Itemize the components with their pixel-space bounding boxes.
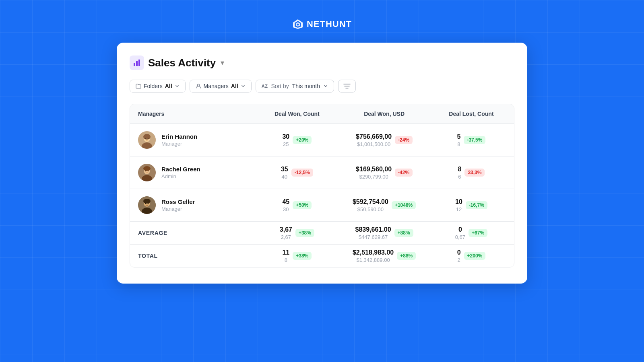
erin-won-usd-prev: $1,001,500.00 [357, 141, 390, 147]
avatar-rachel [138, 164, 156, 181]
rachel-lost-count-prev: 6 [458, 174, 461, 180]
avg-won-count-badge: +38% [295, 229, 314, 237]
avg-won-count-current: 3,67 [280, 226, 292, 233]
manager-cell-erin: Erin Hannon Manager [130, 124, 254, 156]
manager-role-erin: Manager [161, 141, 197, 147]
deal-won-count-rachel: 35 40 -12,5% [254, 156, 340, 189]
folder-icon [136, 83, 141, 89]
total-won-usd: $2,518,983.00 $1,342,889.00 +88% [340, 245, 429, 267]
total-lost-count: 0 2 +200% [429, 245, 514, 267]
avg-won-usd-current: $839,661.00 [355, 226, 391, 233]
table-row: Erin Hannon Manager 30 25 +20% [130, 124, 514, 156]
card-header: Sales Activity ▾ [130, 56, 514, 70]
manager-name-erin: Erin Hannon [161, 133, 197, 140]
deal-lost-count-erin: 5 8 -37,5% [429, 124, 514, 156]
avatar-rachel-img [138, 164, 156, 181]
chart-icon [133, 59, 141, 67]
svg-rect-6 [138, 60, 140, 66]
folders-filter-button[interactable]: Folders All [130, 80, 186, 93]
avatar-ross-img [138, 196, 156, 214]
page-title: Sales Activity [148, 57, 216, 69]
svg-point-15 [143, 134, 151, 140]
manager-cell-rachel: Rachel Green Admin [130, 156, 254, 189]
managers-filter-button[interactable]: Managers All [190, 80, 252, 93]
svg-point-29 [148, 203, 149, 204]
ross-won-usd-badge: +1048% [392, 201, 416, 209]
total-won-usd-current: $2,518,983.00 [353, 249, 394, 256]
chart-icon-box [130, 56, 144, 70]
col-deal-won-usd: Deal Won, USD [340, 104, 429, 124]
folders-chevron-icon [175, 84, 180, 88]
total-label-cell: TOTAL [130, 245, 254, 267]
rachel-won-count-current: 35 [281, 166, 288, 173]
average-label-cell: AVERAGE [130, 222, 254, 245]
logo-text: NetHunt [307, 19, 352, 29]
total-won-usd-badge: +88% [397, 252, 416, 260]
data-table: Managers Deal Won, Count Deal Won, USD D… [130, 104, 514, 267]
total-lost-count-prev: 2 [457, 257, 460, 263]
total-won-usd-prev: $1,342,889.00 [356, 257, 390, 263]
rachel-won-usd-badge: -42% [395, 169, 413, 177]
rachel-lost-count-badge: 33,3% [464, 169, 485, 177]
svg-point-22 [145, 171, 146, 171]
col-deal-won-count: Deal Won, Count [254, 104, 340, 124]
manager-name-ross: Ross Geller [161, 198, 195, 205]
avg-lost-count-current: 0 [458, 226, 462, 233]
deal-lost-count-rachel: 8 6 33,3% [429, 156, 514, 189]
ross-won-count-prev: 30 [283, 206, 289, 212]
average-lost-count: 0 0,67 +67% [429, 222, 514, 245]
rachel-won-count-badge: -12,5% [291, 169, 313, 177]
top-bar: NetHunt [0, 12, 644, 43]
average-won-count: 3,67 2,67 +38% [254, 222, 340, 245]
title-chevron-icon[interactable]: ▾ [221, 58, 224, 67]
managers-label: Managers [204, 83, 229, 89]
manager-name-rachel: Rachel Green [161, 166, 200, 173]
total-lost-count-current: 0 [457, 249, 461, 256]
svg-point-28 [145, 203, 147, 204]
manager-role-rachel: Admin [161, 173, 200, 179]
total-won-count-current: 11 [282, 249, 289, 256]
ross-won-usd-prev: $50,590.00 [357, 206, 384, 212]
filter-lines-button[interactable] [338, 80, 356, 93]
total-lost-count-badge: +200% [464, 252, 486, 260]
col-managers: Managers [130, 104, 254, 124]
folders-value: All [165, 83, 172, 89]
ross-lost-count-prev: 12 [456, 206, 462, 212]
ross-won-count-current: 45 [282, 198, 289, 206]
deal-won-usd-ross: $592,754.00 $50,590.00 +1048% [340, 189, 429, 222]
erin-lost-count-current: 5 [457, 133, 460, 140]
average-won-usd: $839,661.00 $447,629.67 +88% [340, 222, 429, 245]
deal-won-count-erin: 30 25 +20% [254, 124, 340, 156]
erin-won-count-badge: +20% [293, 136, 312, 144]
ross-won-usd-current: $592,754.00 [353, 198, 388, 206]
filters-row: Folders All Managers All AZ Sort by This… [130, 80, 514, 93]
svg-point-23 [148, 171, 149, 171]
avatar-erin [138, 131, 156, 149]
manager-info-rachel: Rachel Green Admin [161, 166, 200, 179]
sort-label: Sort by [271, 83, 289, 89]
avg-won-count-prev: 2,67 [281, 234, 291, 240]
table-header-row: Managers Deal Won, Count Deal Won, USD D… [130, 104, 514, 124]
deal-won-usd-rachel: $169,560,00 $290,799.00 -42% [340, 156, 429, 189]
person-icon [196, 83, 201, 89]
avg-lost-count-badge: +67% [469, 229, 487, 237]
sort-chevron-icon [323, 84, 328, 88]
erin-lost-count-prev: 8 [457, 141, 460, 147]
avg-won-usd-prev: $447,629.67 [359, 234, 388, 240]
manager-cell-ross: Ross Geller Manager [130, 189, 254, 222]
erin-won-usd-current: $756,669,00 [356, 133, 392, 140]
svg-point-16 [145, 138, 146, 139]
sort-filter-button[interactable]: AZ Sort by This month [256, 80, 334, 93]
avg-won-usd-badge: +88% [394, 229, 413, 237]
average-row: AVERAGE 3,67 2,67 +38% $839,661.00 [130, 222, 514, 245]
svg-rect-5 [136, 61, 138, 66]
svg-point-17 [148, 138, 149, 139]
rachel-won-usd-current: $169,560,00 [356, 166, 392, 173]
main-card: Sales Activity ▾ Folders All Managers Al… [117, 43, 527, 284]
average-label: AVERAGE [130, 222, 254, 244]
az-icon: AZ [262, 84, 268, 88]
svg-point-7 [197, 84, 199, 86]
table-row: Rachel Green Admin 35 40 -12,5% [130, 156, 514, 189]
deal-won-count-ross: 45 30 +50% [254, 189, 340, 222]
rachel-lost-count-current: 8 [458, 166, 461, 173]
